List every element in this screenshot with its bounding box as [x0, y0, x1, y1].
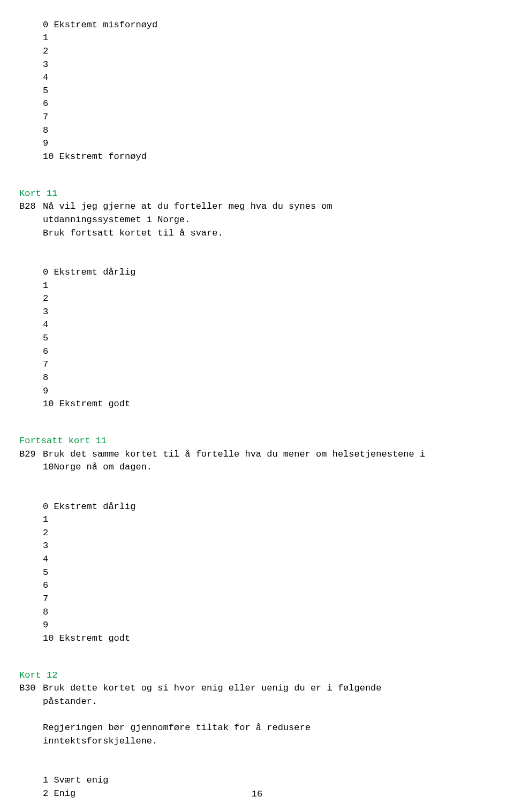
- b28-text: Nå vil jeg gjerne at du forteller meg hv…: [43, 200, 332, 240]
- scale-5: 5: [43, 333, 48, 343]
- scale-7: 7: [43, 359, 48, 369]
- kort-12-label: Kort 12: [19, 670, 57, 680]
- scale-5: 5: [43, 86, 48, 96]
- b28-scale: 0 Ekstremt dårlig 1 2 3 4 5 6 7 8 9 10 E…: [0, 253, 514, 411]
- b27-scale: 0 Ekstremt misfornøyd 1 2 3 4 5 6 7 8 9 …: [0, 5, 514, 164]
- b30-code: B30: [19, 682, 43, 695]
- b28-code: B28: [19, 200, 43, 214]
- scale-9: 9: [43, 138, 48, 148]
- kort-12-header: Kort 12: [0, 669, 514, 682]
- scale-1: 1: [43, 280, 48, 291]
- b29-scale: 0 Ekstremt dårlig 1 2 3 4 5 6 7 8 9 10 E…: [0, 487, 514, 646]
- scale-0: 0 Ekstremt dårlig: [43, 267, 135, 277]
- b28-row: B28Nå vil jeg gjerne at du forteller meg…: [0, 200, 514, 240]
- b30-line1: Bruk dette kortet og si hvor enig eller …: [43, 683, 382, 693]
- fortsatt-kort-11-label: Fortsatt kort 11: [19, 436, 107, 446]
- b30-text: Bruk dette kortet og si hvor enig eller …: [43, 682, 382, 748]
- b29-line1: Bruk det samme kortet til å fortelle hva…: [43, 449, 425, 459]
- scale-8: 8: [43, 607, 48, 617]
- fortsatt-kort-11-header: Fortsatt kort 11: [0, 435, 514, 448]
- b29-line2: 10Norge nå om dagen.: [43, 462, 152, 472]
- scale-3: 3: [43, 541, 48, 551]
- b29-text: Bruk det samme kortet til å fortelle hva…: [43, 448, 425, 474]
- scale-6: 6: [43, 580, 48, 590]
- scale-10: 10 Ekstremt fornøyd: [43, 151, 147, 162]
- scale-8: 8: [43, 125, 48, 135]
- scale-1: 1 Svært enig: [43, 775, 108, 785]
- page-number: 16: [0, 788, 514, 801]
- scale-10: 10 Ekstremt godt: [43, 399, 130, 409]
- scale-5: 5: [43, 567, 48, 578]
- scale-0: 0 Ekstremt misfornøyd: [43, 20, 157, 30]
- b30-line2: påstander.: [43, 696, 97, 707]
- b28-line3: Bruk fortsatt kortet til å svare.: [43, 228, 223, 238]
- scale-3: 3: [43, 307, 48, 317]
- scale-4: 4: [43, 554, 48, 564]
- b30-line3: Regjeringen bør gjennomføre tiltak for å…: [43, 723, 311, 733]
- scale-4: 4: [43, 72, 48, 82]
- b28-line2: utdanningssystemet i Norge.: [43, 215, 190, 225]
- b30-line4: inntektsforskjellene.: [43, 736, 157, 746]
- scale-0: 0 Ekstremt dårlig: [43, 502, 135, 512]
- scale-1: 1: [43, 33, 48, 43]
- scale-2: 2: [43, 46, 48, 56]
- b29-code: B29: [19, 448, 43, 461]
- scale-3: 3: [43, 59, 48, 70]
- scale-2: 2: [43, 293, 48, 303]
- scale-4: 4: [43, 320, 48, 330]
- b29-row: B29Bruk det samme kortet til å fortelle …: [0, 448, 514, 474]
- scale-1: 1: [43, 514, 48, 525]
- scale-2: 2: [43, 528, 48, 538]
- kort-11-label: Kort 11: [19, 188, 57, 199]
- scale-7: 7: [43, 594, 48, 604]
- b30-row: B30Bruk dette kortet og si hvor enig ell…: [0, 682, 514, 748]
- b28-line1: Nå vil jeg gjerne at du forteller meg hv…: [43, 201, 332, 211]
- scale-8: 8: [43, 373, 48, 383]
- scale-10: 10 Ekstremt godt: [43, 633, 130, 643]
- scale-9: 9: [43, 620, 48, 630]
- scale-6: 6: [43, 346, 48, 356]
- scale-9: 9: [43, 386, 48, 396]
- scale-7: 7: [43, 112, 48, 122]
- kort-11-header: Kort 11: [0, 187, 514, 201]
- scale-6: 6: [43, 98, 48, 109]
